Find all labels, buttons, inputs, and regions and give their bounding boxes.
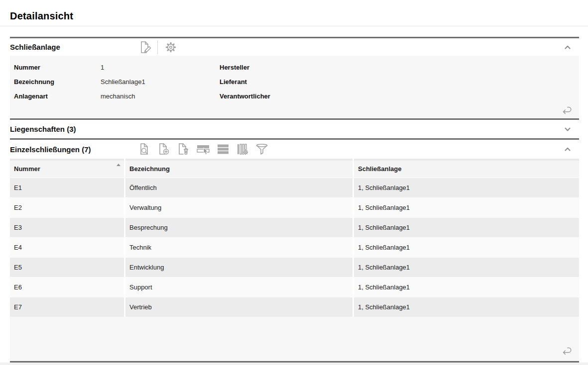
section-schliessanlage: Schließanlage xyxy=(10,37,579,118)
section-einzelschliessungen: Einzelschließungen (7) xyxy=(10,138,579,363)
title-bar: Detailansicht xyxy=(0,0,588,26)
delete-entry-button[interactable] xyxy=(176,142,191,157)
cell-bezeichnung: Öffentlich xyxy=(125,178,353,197)
section-title-einzelschliessungen: Einzelschließungen (7) xyxy=(10,145,137,154)
filter-funnel-icon xyxy=(255,142,269,156)
cell-schliessanlage: 1, Schließanlage1 xyxy=(354,277,579,297)
field-value-nummer: 1 xyxy=(101,64,220,71)
schliessanlage-return-bar xyxy=(10,103,579,119)
schliessanlage-fields: Nummer 1 Hersteller Bezeichnung Schließa… xyxy=(10,56,579,103)
cell-schliessanlage: 1, Schließanlage1 xyxy=(354,218,579,237)
section-header-schliessanlage: Schließanlage xyxy=(10,38,579,56)
collapse-einzelschliessungen-button[interactable] xyxy=(562,144,573,155)
cell-schliessanlage: 1, Schließanlage1 xyxy=(354,178,579,197)
settings-gear-icon xyxy=(164,40,178,54)
table-row[interactable]: E5 Entwicklung 1, Schließanlage1 xyxy=(10,258,579,277)
chevron-up-icon xyxy=(563,145,572,154)
cell-bezeichnung: Besprechung xyxy=(125,218,353,237)
cell-bezeichnung: Technik xyxy=(125,238,353,257)
cell-nummer: E2 xyxy=(10,198,124,217)
return-button[interactable] xyxy=(560,103,573,116)
expand-liegenschaften-button[interactable] xyxy=(562,124,573,135)
edit-document-icon xyxy=(137,40,151,54)
cell-bezeichnung: Vertrieb xyxy=(125,297,353,317)
section-liegenschaften: Liegenschaften (3) xyxy=(10,118,579,138)
table-row[interactable]: E1 Öffentlich 1, Schließanlage1 xyxy=(10,178,579,197)
cell-schliessanlage: 1, Schließanlage1 xyxy=(354,297,579,317)
document-delete-icon xyxy=(176,142,190,156)
detail-view-page: Detailansicht Schließanlage xyxy=(0,0,588,365)
cell-nummer: E5 xyxy=(10,258,124,277)
field-label-nummer: Nummer xyxy=(14,64,101,71)
cell-schliessanlage: 1, Schließanlage1 xyxy=(354,198,579,217)
document-search-icon xyxy=(137,142,151,156)
cell-nummer: E1 xyxy=(10,178,124,197)
cell-nummer: E6 xyxy=(10,277,124,297)
filter-button[interactable] xyxy=(254,142,269,157)
column-header-bezeichnung[interactable]: Bezeichnung xyxy=(125,159,353,178)
field-label-verantwortlicher: Verantwortlicher xyxy=(220,92,306,100)
table-row[interactable]: E7 Vertrieb 1, Schließanlage1 xyxy=(10,297,579,317)
field-value-anlagenart: mechanisch xyxy=(101,92,220,100)
section-title-liegenschaften: Liegenschaften (3) xyxy=(10,125,137,133)
column-settings-icon xyxy=(235,142,249,156)
document-add-icon xyxy=(157,142,171,156)
table-header-row: Nummer Bezeichnung Schließanlage xyxy=(10,159,579,178)
bottom-strip xyxy=(0,363,588,365)
chevron-down-icon xyxy=(563,125,572,134)
cell-nummer: E4 xyxy=(10,238,124,257)
table-row[interactable]: E2 Verwaltung 1, Schließanlage1 xyxy=(10,198,579,217)
field-value-bezeichnung: Schließanlage1 xyxy=(101,78,220,86)
einzelschliessungen-return-bar xyxy=(10,317,579,361)
cell-schliessanlage: 1, Schließanlage1 xyxy=(354,258,579,277)
cell-nummer: E3 xyxy=(10,218,124,237)
view-entry-button[interactable] xyxy=(137,142,152,157)
return-arrow-icon xyxy=(561,104,573,116)
cell-schliessanlage: 1, Schließanlage1 xyxy=(354,238,579,257)
einzelschliessungen-toolbar xyxy=(137,142,269,157)
table-row[interactable]: E6 Support 1, Schließanlage1 xyxy=(10,277,579,297)
return-arrow-icon xyxy=(561,345,573,357)
schliessanlage-body: Nummer 1 Hersteller Bezeichnung Schließa… xyxy=(10,56,579,118)
rows-view-button[interactable] xyxy=(216,142,231,157)
table-row[interactable]: E3 Besprechung 1, Schließanlage1 xyxy=(10,218,579,237)
content-area: Schließanlage xyxy=(10,37,579,363)
select-row-button[interactable] xyxy=(195,142,211,157)
toolbar-divider xyxy=(157,40,158,54)
section-header-liegenschaften: Liegenschaften (3) xyxy=(10,120,579,138)
section-title-schliessanlage: Schließanlage xyxy=(10,43,137,51)
settings-button[interactable] xyxy=(163,40,178,55)
field-label-lieferant: Lieferant xyxy=(220,78,306,86)
einzelschliessungen-body: Nummer Bezeichnung Schließanlage E1 xyxy=(10,159,579,363)
page-title: Detailansicht xyxy=(10,10,578,22)
edit-button[interactable] xyxy=(137,40,152,55)
column-settings-button[interactable] xyxy=(235,142,250,157)
chevron-up-icon xyxy=(563,43,572,52)
schliessanlage-toolbar xyxy=(137,40,178,55)
sort-ascending-icon xyxy=(117,164,120,166)
field-label-bezeichnung: Bezeichnung xyxy=(14,78,101,86)
cell-bezeichnung: Verwaltung xyxy=(125,198,353,217)
field-label-hersteller: Hersteller xyxy=(220,64,306,71)
section-header-einzelschliessungen: Einzelschließungen (7) xyxy=(10,140,579,159)
add-entry-button[interactable] xyxy=(156,142,171,157)
cell-nummer: E7 xyxy=(10,297,124,317)
cell-bezeichnung: Entwicklung xyxy=(125,258,353,277)
column-header-schliessanlage[interactable]: Schließanlage xyxy=(354,159,579,178)
table-body: E1 Öffentlich 1, Schließanlage1 E2 Verwa… xyxy=(10,178,579,317)
return-button[interactable] xyxy=(560,344,573,357)
column-header-nummer[interactable]: Nummer xyxy=(10,159,124,178)
collapse-schliessanlage-button[interactable] xyxy=(562,42,573,53)
table-row[interactable]: E4 Technik 1, Schließanlage1 xyxy=(10,238,579,257)
row-select-icon xyxy=(196,142,211,156)
einzelschliessungen-table: Nummer Bezeichnung Schließanlage E1 xyxy=(10,159,579,317)
rows-list-icon xyxy=(216,142,230,156)
cell-bezeichnung: Support xyxy=(125,277,353,297)
field-label-anlagenart: Anlagenart xyxy=(14,92,101,100)
